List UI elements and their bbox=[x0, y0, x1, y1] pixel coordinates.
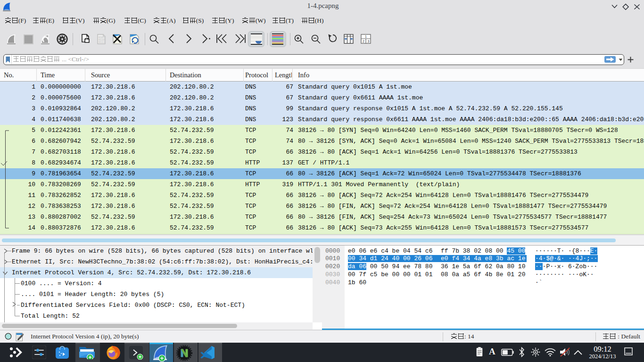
svg-text:1: 1 bbox=[365, 35, 367, 38]
svg-text:2: 2 bbox=[363, 40, 364, 43]
svg-text:3: 3 bbox=[368, 40, 370, 43]
svg-text:0111: 0111 bbox=[99, 41, 105, 43]
